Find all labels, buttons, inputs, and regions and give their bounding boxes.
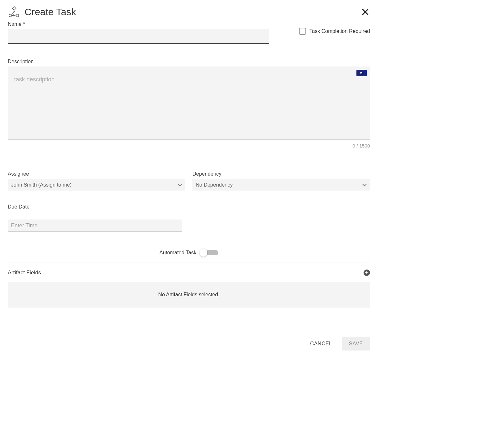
assignee-column: Assignee John Smith (Assign to me) [8,171,185,191]
description-textarea[interactable] [8,66,370,138]
artifact-fields-empty: No Artifact Fields selected. [8,282,370,308]
workflow-icon [8,6,20,18]
svg-point-2 [9,14,12,17]
dependency-column: Dependency No Dependency [192,171,370,191]
close-button[interactable] [360,7,370,17]
dependency-select[interactable]: No Dependency [192,179,370,191]
artifact-fields-label: Artifact Fields [8,270,41,276]
completion-required-row[interactable]: Task Completion Required [299,28,370,35]
name-column: Name * [8,21,269,44]
dialog-footer: CANCEL SAVE [8,337,370,360]
description-label: Description [8,59,370,65]
due-date-input[interactable] [8,219,182,232]
name-label: Name * [8,21,269,27]
due-date-wrap [8,219,182,232]
automated-task-label: Automated Task [159,250,196,256]
artifact-fields-header: Artifact Fields [8,270,370,276]
automated-task-toggle[interactable] [200,249,218,256]
header-left: Create Task [8,6,76,18]
svg-rect-0 [12,6,16,10]
footer-separator [8,327,370,327]
completion-required-checkbox[interactable] [299,28,306,35]
name-row: Name * Task Completion Required [8,21,370,44]
chevron-down-icon [177,182,183,188]
completion-required-label: Task Completion Required [309,28,370,34]
name-input[interactable] [8,29,269,44]
svg-rect-1 [16,14,19,17]
assignee-dependency-row: Assignee John Smith (Assign to me) Depen… [8,171,370,191]
toggle-track [205,250,218,255]
toggle-thumb [200,249,207,257]
description-wrapper: M↓ [8,66,370,140]
assignee-select[interactable]: John Smith (Assign to me) [8,179,185,191]
dialog-title: Create Task [25,6,76,17]
plus-icon [365,271,369,275]
save-button[interactable]: SAVE [342,337,370,351]
assignee-label: Assignee [8,171,185,177]
dependency-value: No Dependency [196,182,233,188]
dialog-header: Create Task [8,6,370,18]
description-section: Description M↓ 0 / 1500 [8,59,370,148]
dependency-label: Dependency [192,171,370,177]
cancel-button[interactable]: CANCEL [307,337,335,351]
description-char-count: 0 / 1500 [8,143,370,148]
chevron-down-icon [362,182,367,188]
create-task-dialog: Create Task Name * Task Completion Requi… [8,6,370,360]
add-artifact-button[interactable] [364,270,370,276]
due-date-label: Due Date [8,204,370,210]
close-icon [362,8,369,15]
due-date-section: Due Date [8,204,370,232]
markdown-icon[interactable]: M↓ [356,70,367,76]
automated-task-row: Automated Task [8,249,370,262]
svg-line-3 [12,11,15,14]
assignee-value: John Smith (Assign to me) [11,182,72,188]
